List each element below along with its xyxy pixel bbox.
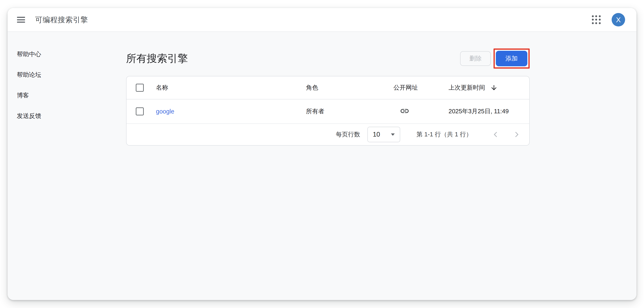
pagination-range-text: 第 1-1 行（共 1 行） (416, 130, 472, 139)
table-row: google 所有者 2025年3月25日, 11:49 (126, 99, 529, 124)
action-buttons: 删除 添加 (460, 48, 530, 69)
table-header-row: 名称 角色 公开网址 上次更新时间 (126, 76, 529, 99)
column-header-role: 角色 (306, 84, 394, 92)
column-header-public-url: 公开网址 (394, 84, 448, 92)
rows-per-page-select[interactable]: 10 (368, 127, 400, 142)
public-url-cell (394, 106, 448, 117)
sidebar-item-help-forum[interactable]: 帮助论坛 (8, 65, 126, 85)
arrow-down-icon[interactable] (490, 84, 498, 92)
row-checkbox[interactable] (136, 107, 144, 115)
column-header-last-updated[interactable]: 上次更新时间 (448, 84, 529, 92)
app-title: 可编程搜索引擎 (35, 15, 88, 25)
sidebar-item-help-center[interactable]: 帮助中心 (8, 44, 126, 65)
rows-per-page-value: 10 (373, 131, 380, 138)
search-engines-table: 名称 角色 公开网址 上次更新时间 (126, 76, 530, 146)
select-all-checkbox[interactable] (136, 84, 144, 92)
apps-grid-icon[interactable] (592, 15, 601, 24)
column-header-name: 名称 (156, 84, 306, 92)
page-title: 所有搜索引擎 (126, 52, 188, 65)
column-header-last-updated-label: 上次更新时间 (448, 84, 485, 92)
delete-button[interactable]: 删除 (460, 51, 491, 66)
sidebar: 帮助中心 帮助论坛 博客 发送反馈 (8, 32, 126, 300)
row-checkbox-cell (126, 107, 156, 115)
dropdown-arrow-icon (391, 134, 395, 136)
table-pagination: 每页行数 10 第 1-1 行（共 1 行） (126, 124, 529, 145)
engine-name-link[interactable]: google (156, 108, 174, 115)
link-icon[interactable] (400, 106, 410, 117)
annotation-highlight-box: 添加 (494, 48, 530, 69)
app-header: 可编程搜索引擎 X (8, 8, 636, 32)
app-body: 帮助中心 帮助论坛 博客 发送反馈 所有搜索引擎 删除 添加 (8, 32, 636, 300)
avatar[interactable]: X (612, 13, 625, 26)
chevron-left-icon[interactable] (492, 131, 500, 138)
sidebar-item-blog[interactable]: 博客 (8, 85, 126, 106)
app-window: 可编程搜索引擎 X 帮助中心 帮助论坛 博客 发送反馈 所有搜索引擎 删除 添 (8, 8, 636, 300)
menu-icon[interactable] (17, 17, 25, 23)
chevron-right-icon[interactable] (513, 131, 520, 138)
main-content: 所有搜索引擎 删除 添加 名称 角色 (126, 32, 636, 300)
header-checkbox-cell (126, 84, 156, 92)
engine-updated-time: 2025年3月25日, 11:49 (448, 107, 529, 116)
sidebar-item-send-feedback[interactable]: 发送反馈 (8, 106, 126, 126)
title-row: 所有搜索引擎 删除 添加 (126, 47, 530, 70)
engine-role: 所有者 (306, 107, 394, 116)
rows-per-page-label: 每页行数 (336, 130, 360, 139)
add-button[interactable]: 添加 (496, 51, 527, 66)
